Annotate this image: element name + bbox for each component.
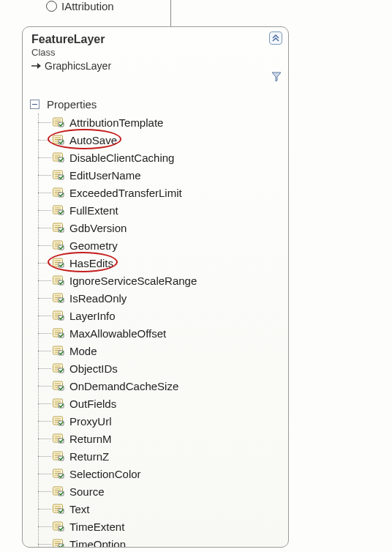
property-item[interactable]: AutoSave xyxy=(33,131,284,149)
property-label: Text xyxy=(69,503,90,515)
base-class-row[interactable]: GraphicsLayer xyxy=(31,60,281,72)
interface-lollipop-icon xyxy=(46,1,57,12)
property-label: IgnoreServiceScaleRange xyxy=(69,275,197,287)
collapse-toggle[interactable] xyxy=(30,100,39,109)
chevron-double-up-icon xyxy=(271,34,280,42)
property-icon xyxy=(52,239,65,251)
property-icon xyxy=(52,433,65,444)
property-icon xyxy=(52,310,65,321)
property-item[interactable]: ProxyUrl xyxy=(33,412,284,430)
property-icon xyxy=(52,468,65,480)
svg-marker-1 xyxy=(37,63,41,69)
property-icon xyxy=(52,503,65,515)
property-label: ExceededTransferLimit xyxy=(69,187,182,199)
funnel-icon xyxy=(271,72,282,82)
property-label: TimeOption xyxy=(69,538,126,548)
property-icon xyxy=(52,222,65,234)
property-item[interactable]: TimeOption xyxy=(33,535,284,548)
collapse-button[interactable] xyxy=(269,31,282,45)
property-icon xyxy=(52,485,65,497)
property-icon xyxy=(52,362,65,374)
class-title: FeatureLayer xyxy=(31,33,281,46)
property-label: OnDemandCacheSize xyxy=(69,380,178,392)
property-icon xyxy=(52,345,65,357)
property-item[interactable]: ReturnM xyxy=(33,430,284,447)
property-icon xyxy=(52,450,65,462)
property-item[interactable]: EditUserName xyxy=(33,166,284,184)
svg-marker-2 xyxy=(272,72,281,81)
property-icon xyxy=(52,327,65,339)
property-icon xyxy=(52,257,65,269)
property-item[interactable]: OutFields xyxy=(33,395,284,412)
property-icon xyxy=(52,380,65,392)
property-icon xyxy=(52,521,65,532)
property-label: ReturnM xyxy=(69,433,112,445)
section-title: Properties xyxy=(47,98,97,111)
property-item[interactable]: MaxAllowableOffset xyxy=(33,324,284,342)
property-icon xyxy=(52,538,65,548)
property-label: ObjectIDs xyxy=(69,362,118,375)
property-label: FullExtent xyxy=(69,204,118,217)
property-item[interactable]: LayerInfo xyxy=(33,307,284,324)
property-label: IsReadOnly xyxy=(69,292,127,305)
property-label: OutFields xyxy=(69,398,116,410)
property-item[interactable]: TimeExtent xyxy=(33,518,284,535)
minus-icon xyxy=(32,104,37,105)
property-label: Mode xyxy=(69,345,97,357)
property-item[interactable]: HasEdits xyxy=(33,254,284,272)
property-label: ProxyUrl xyxy=(69,415,112,428)
property-icon xyxy=(52,204,65,216)
property-icon xyxy=(52,292,65,304)
section-header[interactable]: Properties xyxy=(30,98,284,111)
property-icon xyxy=(52,134,65,146)
property-item[interactable]: ExceededTransferLimit xyxy=(33,184,284,201)
property-item[interactable]: FullExtent xyxy=(33,201,284,219)
property-icon xyxy=(52,398,65,409)
property-label: AttributionTemplate xyxy=(69,116,163,129)
property-icon xyxy=(52,415,65,427)
class-subtitle: Class xyxy=(31,47,281,58)
interface-label: IAttribution xyxy=(61,0,114,12)
property-label: Geometry xyxy=(69,239,118,252)
property-item[interactable]: Source xyxy=(33,482,284,500)
property-label: HasEdits xyxy=(69,257,113,269)
property-icon xyxy=(52,187,65,198)
properties-section: Properties AttributionTemplate AutoSave … xyxy=(23,76,288,548)
property-label: LayerInfo xyxy=(69,310,116,322)
property-item[interactable]: Mode xyxy=(33,342,284,359)
inherits-arrow-icon xyxy=(31,62,41,70)
property-label: ReturnZ xyxy=(69,450,109,463)
property-item[interactable]: DisableClientCaching xyxy=(33,149,284,166)
property-label: MaxAllowableOffset xyxy=(69,327,166,340)
property-item[interactable]: Geometry xyxy=(33,236,284,254)
property-item[interactable]: IsReadOnly xyxy=(33,289,284,307)
property-label: Source xyxy=(69,485,105,498)
property-label: EditUserName xyxy=(69,169,141,182)
property-item[interactable]: OnDemandCacheSize xyxy=(33,377,284,395)
property-icon xyxy=(52,275,65,286)
property-item[interactable]: SelectionColor xyxy=(33,465,284,482)
property-item[interactable]: Text xyxy=(33,500,284,518)
property-icon xyxy=(52,169,65,181)
property-item[interactable]: ReturnZ xyxy=(33,447,284,465)
filter-button[interactable] xyxy=(271,71,282,83)
property-icon xyxy=(52,116,65,128)
interface-node[interactable]: IAttribution xyxy=(46,0,114,12)
property-item[interactable]: AttributionTemplate xyxy=(33,113,284,131)
panel-header: FeatureLayer Class GraphicsLayer xyxy=(23,27,288,76)
property-icon xyxy=(52,152,65,163)
base-class-label: GraphicsLayer xyxy=(45,60,111,72)
property-item[interactable]: GdbVersion xyxy=(33,219,284,236)
property-item[interactable]: ObjectIDs xyxy=(33,359,284,377)
property-label: GdbVersion xyxy=(69,222,127,234)
property-label: TimeExtent xyxy=(69,521,124,533)
properties-tree: AttributionTemplate AutoSave DisableClie… xyxy=(33,113,284,548)
class-panel: FeatureLayer Class GraphicsLayer xyxy=(22,26,289,548)
property-label: DisableClientCaching xyxy=(69,152,174,164)
property-item[interactable]: IgnoreServiceScaleRange xyxy=(33,272,284,289)
property-label: AutoSave xyxy=(69,134,117,146)
property-label: SelectionColor xyxy=(69,468,141,480)
